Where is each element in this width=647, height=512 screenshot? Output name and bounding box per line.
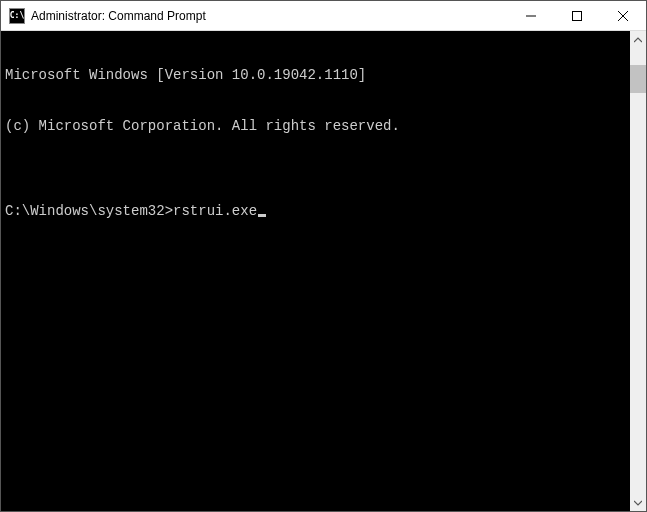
cursor [258, 214, 266, 217]
scroll-thumb[interactable] [630, 65, 646, 93]
maximize-icon [572, 11, 582, 21]
window-title: Administrator: Command Prompt [31, 9, 508, 23]
terminal-area: Microsoft Windows [Version 10.0.19042.11… [1, 31, 646, 511]
version-line: Microsoft Windows [Version 10.0.19042.11… [5, 67, 626, 84]
chevron-down-icon [634, 499, 642, 507]
copyright-line: (c) Microsoft Corporation. All rights re… [5, 118, 626, 135]
terminal[interactable]: Microsoft Windows [Version 10.0.19042.11… [1, 31, 630, 511]
command-input[interactable]: rstrui.exe [173, 203, 257, 220]
cmd-icon: C:\ [9, 8, 25, 24]
prompt-line: C:\Windows\system32>rstrui.exe [5, 203, 626, 220]
svg-rect-1 [573, 11, 582, 20]
scroll-down-button[interactable] [630, 494, 646, 511]
minimize-button[interactable] [508, 1, 554, 30]
minimize-icon [526, 11, 536, 21]
prompt-text: C:\Windows\system32> [5, 203, 173, 220]
command-prompt-window: C:\ Administrator: Command Prompt Micros… [0, 0, 647, 512]
titlebar[interactable]: C:\ Administrator: Command Prompt [1, 1, 646, 31]
close-icon [618, 11, 628, 21]
scroll-track[interactable] [630, 48, 646, 494]
close-button[interactable] [600, 1, 646, 30]
window-controls [508, 1, 646, 30]
scroll-up-button[interactable] [630, 31, 646, 48]
scrollbar[interactable] [630, 31, 646, 511]
maximize-button[interactable] [554, 1, 600, 30]
chevron-up-icon [634, 36, 642, 44]
